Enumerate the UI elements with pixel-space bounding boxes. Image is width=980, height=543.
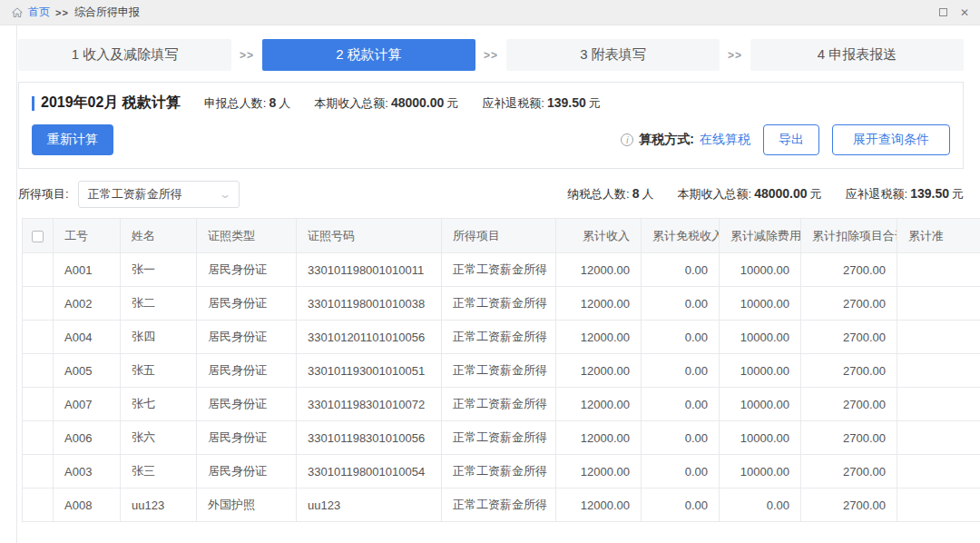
cell-income-item: 正常工资薪金所得 (442, 455, 556, 489)
cell-id-number: 330101193001010051 (297, 354, 442, 388)
cell-cum-income: 12000.00 (556, 354, 642, 388)
table-row[interactable]: A005 张五 居民身份证 330101193001010051 正常工资薪金所… (23, 354, 980, 388)
cell-id-type: 居民身份证 (197, 287, 297, 321)
step-tab-attached-forms[interactable]: 3 附表填写 (506, 39, 720, 71)
row-checkbox-cell (23, 455, 54, 489)
cell-employee-id: A006 (54, 421, 121, 455)
cell-id-number: 330101198001010038 (297, 287, 442, 321)
cell-employee-id: A001 (54, 253, 121, 287)
cell-cum-taxfree: 0.00 (642, 287, 720, 321)
col-header-id-type: 证照类型 (197, 219, 297, 253)
cell-cum-income: 12000.00 (556, 421, 642, 455)
filter-row: 所得项目: 正常工资薪金所得 ⌄ 纳税总人数:8人 本期收入总额:48000.0… (18, 181, 964, 208)
table-row[interactable]: A008 uu123 外国护照 uu123 正常工资薪金所得 12000.00 … (23, 489, 980, 522)
cell-cum-taxfree: 0.00 (642, 421, 720, 455)
cell-id-type: 外国护照 (197, 489, 297, 522)
info-icon[interactable]: i (621, 133, 633, 146)
table-row[interactable]: A001 张一 居民身份证 330101198001010011 正常工资薪金所… (23, 253, 980, 287)
stat-period-income: 本期收入总额:48000.00元 (314, 95, 458, 112)
cell-name: 张七 (121, 388, 197, 421)
expand-query-button[interactable]: 展开查询条件 (832, 124, 950, 155)
select-all-cell (23, 219, 54, 253)
cell-employee-id: A005 (54, 354, 121, 388)
select-all-checkbox[interactable] (32, 231, 44, 242)
cell-cum-deduct-total: 2700.00 (801, 489, 897, 522)
row-checkbox-cell (23, 421, 54, 455)
cell-cum-income: 12000.00 (556, 253, 642, 287)
cell-cum-deduction: 10000.00 (720, 287, 801, 321)
stat-tax-due-2: 应补退税额:139.50元 (846, 186, 964, 202)
step-tab-submit[interactable]: 4 申报表报送 (750, 39, 964, 71)
cell-name: 张六 (121, 421, 197, 455)
step-separator: >> (720, 49, 750, 62)
cell-truncated (897, 421, 980, 455)
close-icon[interactable]: ✕ (960, 7, 969, 18)
cell-cum-deduction: 10000.00 (720, 388, 801, 421)
home-icon (11, 6, 24, 19)
cell-cum-deduct-total: 2700.00 (801, 321, 897, 354)
cell-cum-income: 12000.00 (556, 455, 642, 489)
cell-name: 张四 (121, 321, 197, 354)
cell-name: uu123 (121, 489, 197, 522)
cell-name: 张五 (121, 354, 197, 388)
income-item-label: 所得项目: (18, 186, 69, 202)
summary-panel: 2019年02月 税款计算 申报总人数:8人 本期收入总额:48000.00元 … (18, 82, 964, 169)
cell-id-number: 330101201101010056 (297, 321, 442, 354)
stat-declared-persons: 申报总人数:8人 (204, 95, 290, 112)
col-header-name: 姓名 (121, 219, 197, 253)
cell-income-item: 正常工资薪金所得 (442, 388, 556, 421)
cell-id-number: 330101198301010056 (297, 421, 442, 455)
cell-cum-income: 12000.00 (556, 489, 642, 522)
col-header-cum-income: 累计收入 (556, 219, 642, 253)
cell-cum-deduction: 10000.00 (720, 421, 801, 455)
step-wizard: 1 收入及减除填写 >> 2 税款计算 >> 3 附表填写 >> 4 申报表报送 (18, 39, 964, 71)
stat-tax-due: 应补退税额:139.50元 (482, 95, 600, 112)
cell-name: 张二 (121, 287, 197, 321)
cell-id-type: 居民身份证 (197, 388, 297, 421)
cell-income-item: 正常工资薪金所得 (442, 421, 556, 455)
cell-truncated (897, 388, 980, 421)
table-row[interactable]: A007 张七 居民身份证 330101198301010072 正常工资薪金所… (23, 388, 980, 421)
cell-cum-deduct-total: 2700.00 (801, 287, 897, 321)
stat-period-income-2: 本期收入总额:48000.00元 (678, 186, 822, 202)
cell-cum-deduction: 10000.00 (720, 253, 801, 287)
cell-cum-taxfree: 0.00 (642, 489, 720, 522)
cell-income-item: 正常工资薪金所得 (442, 354, 556, 388)
maximize-icon[interactable] (939, 8, 947, 16)
cell-employee-id: A003 (54, 455, 121, 489)
cell-id-number: 330101198301010072 (297, 388, 442, 421)
cell-cum-deduct-total: 2700.00 (801, 388, 897, 421)
step-tab-tax-calc[interactable]: 2 税款计算 (262, 39, 475, 71)
table-row[interactable]: A002 张二 居民身份证 330101198001010038 正常工资薪金所… (23, 287, 980, 321)
cell-income-item: 正常工资薪金所得 (442, 253, 556, 287)
breadcrumb-home-link[interactable]: 首页 (28, 5, 50, 20)
col-header-cum-deduction: 累计减除费用 (720, 219, 801, 253)
cell-id-type: 居民身份证 (197, 354, 297, 388)
recalculate-button[interactable]: 重新计算 (32, 124, 113, 155)
cell-id-type: 居民身份证 (197, 321, 297, 354)
step-tab-income[interactable]: 1 收入及减除填写 (18, 39, 231, 71)
cell-cum-income: 12000.00 (556, 287, 642, 321)
table-row[interactable]: A004 张四 居民身份证 330101201101010056 正常工资薪金所… (23, 321, 980, 354)
row-checkbox-cell (23, 388, 54, 421)
cell-cum-taxfree: 0.00 (642, 388, 720, 421)
title-accent-bar (32, 96, 34, 111)
cell-income-item: 正常工资薪金所得 (442, 321, 556, 354)
cell-name: 张一 (121, 253, 197, 287)
income-item-select[interactable]: 正常工资薪金所得 ⌄ (78, 181, 240, 208)
cell-truncated (897, 354, 980, 388)
cell-truncated (897, 455, 980, 489)
tax-mode-label: 算税方式: (639, 132, 694, 148)
row-checkbox-cell (23, 253, 54, 287)
row-checkbox-cell (23, 287, 54, 321)
export-button[interactable]: 导出 (763, 124, 819, 155)
cell-id-number: uu123 (297, 489, 442, 522)
col-header-income-item: 所得项目 (442, 219, 556, 253)
table-row[interactable]: A006 张六 居民身份证 330101198301010056 正常工资薪金所… (23, 421, 980, 455)
income-item-selected-value: 正常工资薪金所得 (88, 186, 182, 202)
cell-income-item: 正常工资薪金所得 (442, 489, 556, 522)
tax-mode-value-link[interactable]: 在线算税 (700, 132, 750, 148)
cell-id-type: 居民身份证 (197, 455, 297, 489)
page-left-divider (16, 25, 17, 543)
table-row[interactable]: A003 张三 居民身份证 330101198001010054 正常工资薪金所… (23, 455, 980, 489)
